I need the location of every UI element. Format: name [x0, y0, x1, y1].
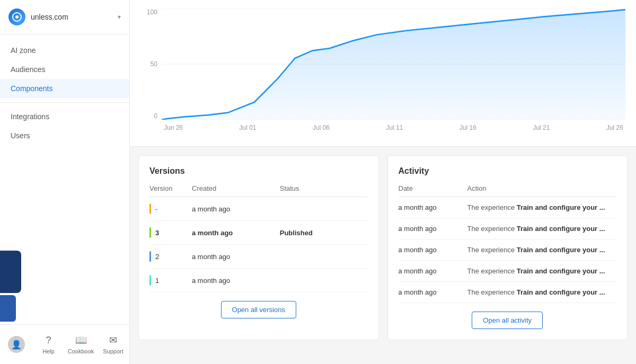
versions-col-version: Version	[149, 184, 192, 192]
org-name: unless.com	[31, 13, 112, 21]
version-num-1: 1	[155, 277, 159, 285]
version-bar-1	[149, 275, 151, 286]
sidebar: unless.com ▾ AI zone Audiences Component…	[0, 0, 130, 364]
table-row: 1 a month ago	[149, 269, 368, 292]
activity-col-date: Date	[399, 184, 467, 192]
x-label-jul11: Jul 11	[386, 124, 403, 131]
y-label-0: 0	[154, 112, 157, 120]
table-row: 3 a month ago Published	[149, 221, 368, 245]
support-icon: ✉	[109, 334, 117, 346]
action-prefix-1: The experience	[467, 203, 517, 211]
footer-support-label: Support	[103, 348, 123, 354]
table-row: a month ago The experience Train and con…	[399, 197, 617, 218]
version-bar-2	[149, 251, 151, 262]
versions-col-created: Created	[192, 184, 280, 192]
sidebar-item-ai-zone[interactable]: AI zone	[0, 41, 129, 60]
action-bold-4: Train and configure your ...	[517, 267, 605, 275]
x-label-jul01: Jul 01	[239, 124, 256, 131]
action-bold-5: Train and configure your ...	[517, 288, 605, 296]
table-row: a month ago The experience Train and con…	[399, 261, 617, 282]
line-chart-svg	[162, 8, 625, 120]
activity-date-2: a month ago	[399, 225, 467, 233]
chevron-down-icon: ▾	[118, 13, 121, 21]
activity-date-5: a month ago	[399, 288, 467, 296]
sidebar-item-users[interactable]: Users	[0, 126, 129, 145]
activity-action-2: The experience Train and configure your …	[467, 225, 617, 233]
x-label-jun26: Jun 26	[164, 124, 183, 131]
action-prefix-5: The experience	[467, 288, 517, 296]
activity-action-1: The experience Train and configure your …	[467, 203, 617, 211]
chart-x-labels: Jun 26 Jul 01 Jul 06 Jul 11 Jul 16 Jul 2…	[162, 120, 625, 136]
activity-col-action: Action	[467, 184, 617, 192]
chart-area	[162, 8, 625, 120]
action-bold-3: Train and configure your ...	[517, 246, 605, 254]
versions-card-footer: Open all versions	[149, 301, 368, 318]
version-created-2: a month ago	[192, 253, 280, 261]
version-created-dash: a month ago	[192, 205, 280, 213]
activity-card: Activity Date Action a month ago The exp…	[387, 155, 628, 340]
version-cell-1: 1	[149, 275, 192, 286]
version-cell-2: 2	[149, 251, 192, 262]
version-created-3: a month ago	[192, 229, 280, 237]
versions-table-header: Version Created Status	[149, 184, 368, 197]
versions-card: Versions Version Created Status - a mont…	[138, 155, 379, 340]
x-label-jul21: Jul 21	[533, 124, 550, 131]
open-all-versions-button[interactable]: Open all versions	[221, 301, 296, 318]
x-label-jul06: Jul 06	[313, 124, 330, 131]
main-content: 100 50 0	[130, 0, 636, 364]
footer-item-support[interactable]: ✉ Support	[97, 330, 129, 359]
footer-cookbook-label: Cookbook	[68, 348, 94, 354]
sidebar-item-audiences[interactable]: Audiences	[0, 60, 129, 79]
action-prefix-4: The experience	[467, 267, 517, 275]
footer-help-label: Help	[42, 348, 55, 354]
footer-item-cookbook[interactable]: 📖 Cookbook	[65, 330, 97, 359]
activity-card-title: Activity	[399, 166, 617, 176]
table-row: a month ago The experience Train and con…	[399, 239, 617, 261]
version-status-3: Published	[280, 229, 368, 237]
action-prefix-3: The experience	[467, 246, 517, 254]
user-avatar: 👤	[8, 336, 25, 353]
sidebar-header[interactable]: unless.com ▾	[0, 0, 129, 34]
activity-action-5: The experience Train and configure your …	[467, 288, 617, 296]
activity-card-footer: Open all activity	[399, 312, 617, 329]
version-num-3: 3	[155, 229, 159, 237]
activity-date-4: a month ago	[399, 267, 467, 275]
sidebar-item-components[interactable]: Components	[0, 79, 129, 98]
y-label-100: 100	[147, 8, 157, 16]
table-row: - a month ago	[149, 197, 368, 221]
y-label-50: 50	[151, 60, 157, 68]
cards-section: Versions Version Created Status - a mont…	[130, 147, 636, 349]
x-label-jul26: Jul 26	[606, 124, 623, 131]
action-bold-2: Train and configure your ...	[517, 225, 605, 233]
footer-item-help[interactable]: ? Help	[32, 331, 65, 359]
chart-container: 100 50 0	[140, 8, 625, 136]
x-label-jul16: Jul 16	[460, 124, 476, 131]
action-bold-1: Train and configure your ...	[517, 203, 605, 211]
sidebar-logo	[8, 8, 25, 25]
version-cell-dash: -	[149, 203, 192, 214]
action-prefix-2: The experience	[467, 225, 517, 233]
chart-section: 100 50 0	[130, 0, 636, 147]
version-num-dash: -	[155, 205, 157, 213]
sidebar-item-integrations[interactable]: Integrations	[0, 107, 129, 126]
activity-action-3: The experience Train and configure your …	[467, 246, 617, 254]
open-all-activity-button[interactable]: Open all activity	[472, 312, 543, 329]
versions-col-status: Status	[280, 184, 368, 192]
versions-card-title: Versions	[149, 166, 368, 176]
activity-table-header: Date Action	[399, 184, 617, 197]
sidebar-divider	[0, 102, 129, 103]
activity-date-3: a month ago	[399, 246, 467, 254]
version-bar-3	[149, 227, 151, 238]
svg-point-1	[15, 15, 19, 19]
help-icon: ?	[46, 335, 51, 346]
activity-date-1: a month ago	[399, 203, 467, 211]
version-num-2: 2	[155, 253, 159, 261]
footer-item-avatar[interactable]: 👤	[0, 332, 32, 357]
version-bar-dash	[149, 203, 151, 214]
table-row: 2 a month ago	[149, 245, 368, 269]
table-row: a month ago The experience Train and con…	[399, 282, 617, 303]
sidebar-accent	[0, 251, 26, 322]
sidebar-footer: 👤 ? Help 📖 Cookbook ✉ Support	[0, 324, 129, 364]
version-created-1: a month ago	[192, 277, 280, 285]
table-row: a month ago The experience Train and con…	[399, 218, 617, 239]
